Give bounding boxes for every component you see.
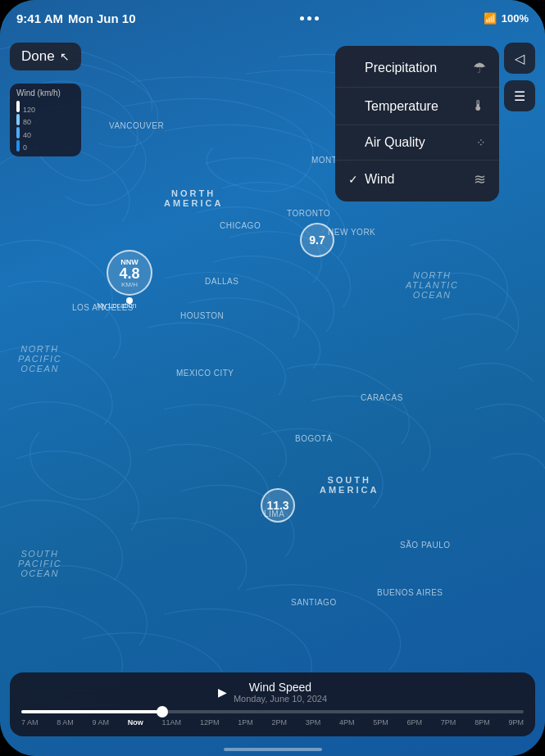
- tl-12pm: 12PM: [200, 718, 220, 727]
- precipitation-icon: ☂: [473, 59, 486, 77]
- tl-1pm: 1PM: [238, 718, 253, 727]
- air-quality-icon: ⁘: [476, 136, 486, 149]
- air-quality-label: Air Quality: [365, 135, 470, 150]
- timeline-bar: ▶ Wind Speed Monday, June 10, 2024 7 AM …: [10, 672, 535, 736]
- status-bar-left: 9:41 AM Mon Jun 10: [16, 11, 135, 25]
- done-label: Done: [21, 48, 55, 65]
- date-display: Mon Jun 10: [68, 11, 136, 25]
- done-button[interactable]: Done ↖: [10, 43, 81, 70]
- layer-item-air-quality[interactable]: ✓ Air Quality ⁘: [335, 125, 499, 161]
- scrubber-thumb[interactable]: [157, 706, 168, 718]
- wind-bar-1: [16, 140, 20, 152]
- status-bar-right: 📶 100%: [484, 12, 529, 25]
- tl-7am: 7 AM: [21, 718, 39, 727]
- tl-4pm: 4PM: [339, 718, 355, 727]
- wind-legend-title: Wind (km/h): [16, 88, 75, 97]
- precipitation-label: Precipitation: [365, 61, 466, 75]
- temperature-icon: 🌡: [471, 97, 486, 115]
- scrubber-fill: [21, 710, 162, 713]
- right-controls: ◁ ☰: [504, 43, 535, 111]
- signal-dot-3: [315, 16, 319, 20]
- location-icon: ◁: [515, 51, 525, 66]
- tl-11am: 11AM: [162, 718, 182, 727]
- timeline-title-main: Wind Speed: [234, 681, 327, 694]
- wifi-icon: 📶: [484, 12, 497, 25]
- tl-8am: 8 AM: [57, 718, 74, 727]
- timeline-header: ▶ Wind Speed Monday, June 10, 2024: [21, 681, 524, 704]
- timeline-title-block: Wind Speed Monday, June 10, 2024: [234, 681, 327, 704]
- wind-label-40: 40: [23, 131, 35, 139]
- status-bar-center: [300, 16, 319, 20]
- layer-item-temperature[interactable]: ✓ Temperature 🌡: [335, 88, 499, 125]
- tl-9am: 9 AM: [93, 718, 110, 727]
- wind-labels: 120 80 40 0: [23, 106, 35, 152]
- signal-dot-2: [307, 16, 311, 20]
- location-button[interactable]: ◁: [504, 43, 535, 74]
- tl-6pm: 6PM: [407, 718, 423, 727]
- tl-3pm: 3PM: [306, 718, 321, 727]
- layer-item-precipitation[interactable]: ✓ Precipitation ☂: [335, 49, 499, 88]
- tl-now: Now: [128, 718, 143, 727]
- layer-menu: ✓ Precipitation ☂ ✓ Temperature 🌡 ✓ Air …: [335, 46, 499, 201]
- wind-bar-2: [16, 127, 20, 138]
- timeline-labels: 7 AM 8 AM 9 AM Now 11AM 12PM 1PM 2PM 3PM…: [21, 718, 524, 727]
- layers-icon: ☰: [514, 88, 525, 104]
- signal-dot-1: [300, 16, 304, 20]
- status-bar: 9:41 AM Mon Jun 10 📶 100%: [0, 0, 545, 36]
- wind-icon: ≋: [474, 170, 486, 188]
- wind-legend-bar: 120 80 40 0: [16, 101, 75, 152]
- play-button[interactable]: ▶: [218, 686, 227, 699]
- tl-9pm: 9PM: [508, 718, 524, 727]
- wind-label: Wind: [365, 172, 467, 187]
- device-frame: 9:41 AM Mon Jun 10 📶 100% Done ↖ Wind (k…: [0, 0, 545, 756]
- cursor-icon: ↖: [60, 50, 70, 63]
- wind-bar-4: [16, 101, 20, 112]
- wind-label-0: 0: [23, 143, 35, 152]
- tl-2pm: 2PM: [271, 718, 287, 727]
- timeline-scrubber[interactable]: [21, 710, 524, 713]
- play-icon: ▶: [218, 686, 227, 699]
- tl-7pm: 7PM: [441, 718, 456, 727]
- timeline-title-sub: Monday, June 10, 2024: [234, 694, 327, 704]
- tl-5pm: 5PM: [373, 718, 388, 727]
- wind-label-120: 120: [23, 106, 35, 114]
- time-display: 9:41 AM: [16, 11, 63, 25]
- wind-label-80: 80: [23, 118, 35, 126]
- wind-bar-3: [16, 114, 20, 125]
- home-indicator: [224, 748, 322, 751]
- layer-item-wind[interactable]: ✓ Wind ≋: [335, 161, 499, 198]
- layers-button[interactable]: ☰: [504, 80, 535, 111]
- battery-display: 100%: [502, 12, 529, 25]
- top-left-controls: Done ↖ Wind (km/h) 120 80: [10, 43, 81, 156]
- temperature-label: Temperature: [365, 99, 465, 114]
- wind-legend: Wind (km/h) 120 80 40 0: [10, 84, 81, 156]
- wind-check: ✓: [348, 173, 358, 186]
- wind-bars: [16, 101, 20, 152]
- tl-8pm: 8PM: [475, 718, 490, 727]
